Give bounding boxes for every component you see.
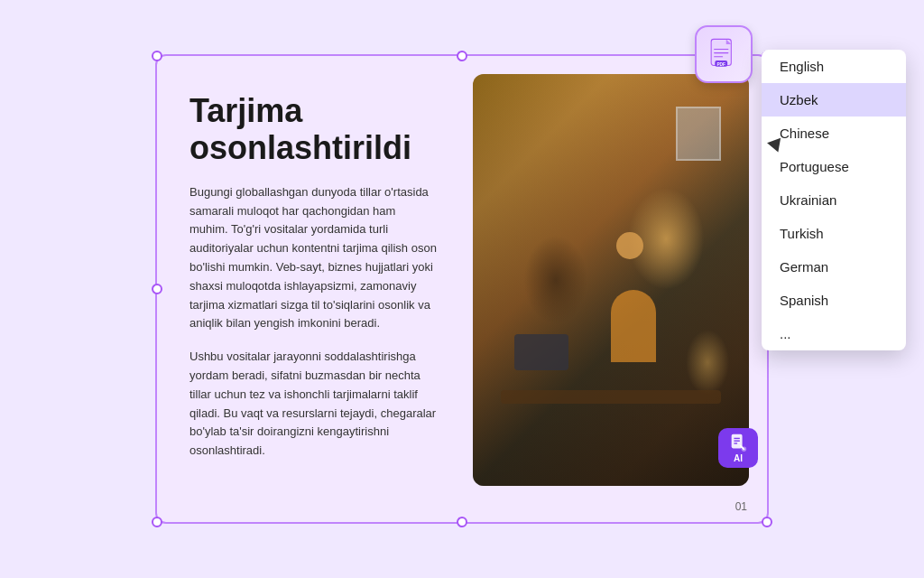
slide-card: Tarjima osonlashtirildi Bugungi globalla… <box>155 54 769 524</box>
slide-body-paragraph-1: Bugungi globallashgan dunyoda tillar o'r… <box>189 183 437 333</box>
slide-image <box>473 74 749 486</box>
slide-title: Tarjima osonlashtirildi <box>189 92 437 167</box>
image-area: AI 01 <box>464 56 767 522</box>
slide-body-paragraph-2: Ushbu vositalar jarayonni soddalashtiris… <box>189 348 437 461</box>
ai-label: AI <box>734 453 743 463</box>
image-table <box>501 390 722 404</box>
lang-item-english[interactable]: English <box>762 50 906 83</box>
image-person1 <box>611 290 656 362</box>
page-number: 01 <box>735 500 747 513</box>
main-container: Tarjima osonlashtirildi Bugungi globalla… <box>0 0 924 578</box>
handle-mid-bottom[interactable] <box>457 517 467 527</box>
lang-item-chinese[interactable]: Chinese <box>762 117 906 150</box>
ai-badge-icon: AI <box>728 433 748 463</box>
text-area: Tarjima osonlashtirildi Bugungi globalla… <box>157 56 464 522</box>
lang-item-ukrainian[interactable]: Ukrainian <box>762 183 906 217</box>
lang-item-more[interactable]: ... <box>762 317 906 350</box>
lang-item-german[interactable]: German <box>762 250 906 284</box>
ai-document-icon <box>728 433 748 452</box>
handle-top-left[interactable] <box>152 51 162 61</box>
handle-bottom-left[interactable] <box>152 517 162 527</box>
lang-item-turkish[interactable]: Turkish <box>762 217 906 250</box>
svg-text:PDF: PDF <box>716 62 725 67</box>
image-window-detail <box>676 107 721 161</box>
lang-item-spanish[interactable]: Spanish <box>762 284 906 317</box>
svg-point-4 <box>742 447 747 452</box>
handle-mid-top[interactable] <box>457 51 467 61</box>
ai-badge[interactable]: AI <box>718 428 758 468</box>
language-dropdown: English Uzbek Chinese Portuguese Ukraini… <box>762 50 906 350</box>
pdf-icon: PDF <box>707 38 740 70</box>
pdf-button[interactable]: PDF <box>695 25 753 83</box>
lang-item-portuguese[interactable]: Portuguese <box>762 150 906 183</box>
image-laptop <box>514 334 568 370</box>
handle-bottom-right[interactable] <box>762 517 772 527</box>
handle-mid-left[interactable] <box>152 284 162 294</box>
lang-item-uzbek[interactable]: Uzbek <box>762 83 906 117</box>
